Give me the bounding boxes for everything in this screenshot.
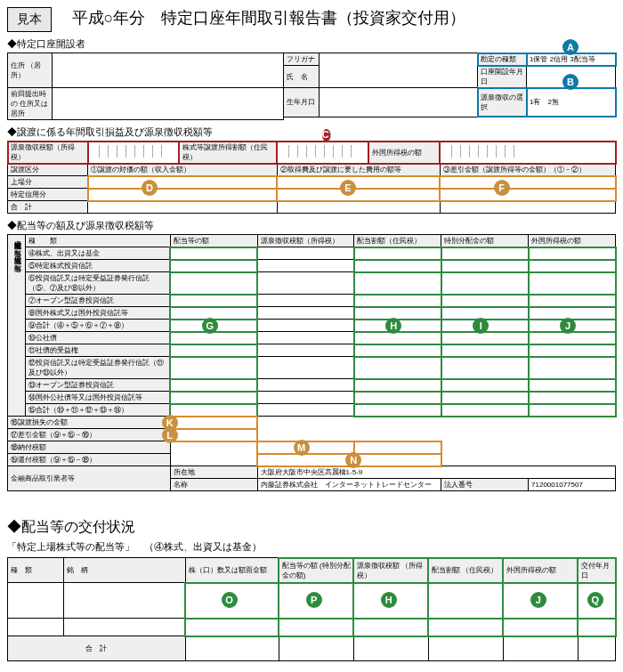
dealer-name-label: 名称: [170, 479, 257, 491]
hdr-c1b: 配当等の額 (特別分配金の額): [279, 558, 353, 583]
header-row: 見本 平成○年分 特定口座年間取引報告書（投資家交付用）: [7, 7, 616, 32]
withholding-label: 源泉徴収の選択: [478, 88, 527, 117]
callout-j: J: [560, 318, 576, 334]
furigana-label: フリガナ: [284, 53, 320, 66]
document-title: 平成○年分 特定口座年間取引報告書（投資家交付用）: [72, 7, 466, 28]
hdr-c2b: 源泉徴収税額 （所得税）: [353, 558, 428, 583]
div-row: ⑭国外公社債等又は国外投資信託等: [25, 392, 170, 404]
dealer-name: 内藤証券株式会社 インターネットトレードセンター: [257, 479, 441, 491]
dealer-label: 金融商品取引業者等: [8, 466, 171, 491]
transfer-table: 源泉徴収税額（所得税） 株式等譲渡所得割額（住民税） C 外国所得税の額 譲渡区…: [7, 141, 616, 214]
prev-address-label: 前回提出時の 住所又は居所: [8, 88, 53, 120]
div-row: ⑨合計（④＋⑤＋⑥＋⑦＋⑧）: [25, 320, 170, 332]
callout-a: A: [562, 39, 578, 55]
div-row: ⑧国外株式又は国外投資信託等: [25, 307, 170, 320]
sub2-label: ②取得費及び譲渡に要した費用の額等: [277, 164, 440, 176]
callout-o: O: [222, 592, 238, 608]
hdr-c3: 配当割額（住民税）: [354, 235, 441, 247]
hdr-name2: 銘 柄: [64, 558, 186, 583]
birth-label: 生年月日: [284, 88, 320, 117]
transfer-category-label: 譲渡区分: [8, 164, 88, 176]
callout-l: L: [162, 427, 178, 443]
hdr-kind: 種 類: [25, 235, 170, 247]
withholding-value: 1有 2無 B: [527, 88, 616, 117]
callout-n: N: [345, 452, 361, 468]
paid-row: ⑱納付税額: [8, 441, 171, 454]
account-type-label: 勘定の種類: [478, 53, 527, 66]
section1-label: ◆特定口座開設者: [7, 37, 616, 51]
callout-i: I: [473, 318, 489, 334]
div-row: ⑥投資信託又は特定受益証券発行信託（⑤、⑦及び⑧以外）: [25, 272, 170, 295]
callout-c: C: [322, 129, 331, 142]
div-row: ⑬オープン型証券投資信託: [25, 379, 170, 392]
vert-label-sec: 特定上場株式等の配当等 上場株式等の配当等: [8, 235, 26, 417]
account-type-value: 1保管 2信用 3配当等 A: [527, 53, 616, 66]
hdr-c5b: 交付年月日: [578, 558, 615, 583]
corp-no-label: 法人番号: [441, 479, 529, 491]
div-row: ⑦オープン型証券投資信託: [25, 295, 170, 307]
callout-m: M: [294, 440, 310, 456]
hdr-c4b: 外国所得税の額: [503, 558, 578, 583]
hdr-kind2: 種 類: [8, 558, 64, 583]
row-total: 合 計: [8, 201, 88, 214]
diff-row: ⑰差引金額（⑨＋⑮－⑯）: [8, 429, 171, 441]
callout-b: B: [562, 74, 578, 90]
address-label: 住所 （居所）: [8, 53, 53, 88]
div-row: ⑪社債的受益権: [25, 344, 170, 357]
dividend-table: 特定上場株式等の配当等 上場株式等の配当等 種 類 配当等の額 源泉徴収税額（所…: [7, 234, 616, 491]
loss-row: ⑯譲渡損失の金額: [8, 417, 171, 429]
div-row: ④株式、出資又は基金: [25, 247, 170, 260]
corp-no: 7120001077507: [529, 479, 616, 491]
dealer-addr-label: 所在地: [170, 466, 257, 479]
col-withholding: 源泉徴収税額（所得税）: [8, 142, 88, 164]
div-row: ⑫投資信託又は特定受益証券発行信託（⑪及び⑬以外）: [25, 357, 170, 379]
hdr-qty2: 株（口）数又は額面金額: [185, 558, 279, 583]
div-row: ⑩公社債: [25, 332, 170, 344]
col-resident: 株式等譲渡所得割額（住民税）: [179, 142, 277, 164]
hdr-c4: 特別分配金の額: [441, 235, 529, 247]
col-foreign: 外国所得税の額: [368, 142, 440, 164]
section4-title: ◆配当等の交付状況: [7, 518, 616, 537]
account-holder-table: 住所 （居所） フリガナ 勘定の種類 1保管 2信用 3配当等 A 氏 名 口座…: [7, 53, 616, 120]
section4-sub: 「特定上場株式等の配当等」 （④株式、出資又は基金）: [7, 540, 616, 554]
open-date-label: 口座開設年月日: [478, 66, 527, 88]
callout-p: P: [306, 592, 322, 608]
sub3-label: ③差引金額（譲渡所得等の金額）（①－②）: [440, 164, 615, 176]
section2-label: ◆譲渡に係る年間取引損益及び源泉徴収税額等: [7, 125, 616, 139]
div-row: ⑮合計（⑩＋⑪＋⑫＋⑬＋⑭）: [25, 404, 170, 417]
sample-badge: 見本: [7, 7, 52, 32]
section3-label: ◆配当等の額及び源泉徴収税額等: [7, 219, 616, 232]
hdr-c2: 源泉徴収税額（所得税）: [257, 235, 354, 247]
callout-h: H: [385, 318, 401, 334]
sub1-label: ①譲渡の対価の額（収入金額）: [88, 164, 278, 176]
total2: 合 計: [8, 636, 186, 661]
payment-status-table: 種 類 銘 柄 株（口）数又は額面金額 配当等の額 (特別分配金の額) 源泉徴収…: [7, 557, 616, 661]
hdr-c3b: 配当割額 （住民税）: [428, 558, 503, 583]
refund-row: ⑲還付税額（⑨＋⑮－⑱）: [8, 454, 171, 466]
hdr-c5: 外国所得税の額: [529, 235, 616, 247]
callout-f: F: [494, 180, 510, 196]
callout-e: E: [340, 180, 356, 196]
dealer-address: 大阪府大阪市中央区高麗橋1-5-9: [257, 466, 615, 479]
callout-j2: J: [530, 592, 546, 608]
row-listed: 上場分: [8, 176, 88, 189]
name-label: 氏 名: [284, 66, 320, 88]
callout-d: D: [142, 180, 158, 196]
callout-g: G: [202, 318, 218, 334]
callout-h2: H: [381, 592, 397, 608]
row-margin: 特定信用分: [8, 189, 88, 201]
div-row: ⑤特定株式投資信託: [25, 260, 170, 272]
callout-q: Q: [587, 592, 603, 608]
hdr-c1: 配当等の額: [170, 235, 257, 247]
